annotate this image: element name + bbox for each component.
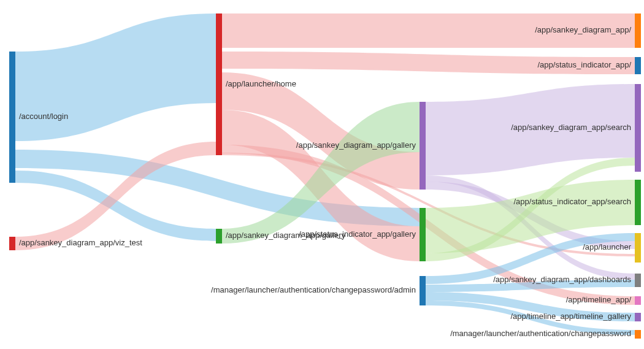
sankey-node-label: /account/login	[19, 112, 68, 121]
sankey-node	[635, 313, 641, 321]
sankey-node	[420, 276, 426, 305]
sankey-node	[635, 330, 641, 339]
sankey-node	[216, 13, 222, 155]
sankey-chart: /account/login/app/sankey_diagram_app/vi…	[0, 0, 644, 349]
sankey-node	[9, 237, 15, 250]
sankey-node	[635, 84, 641, 172]
sankey-node	[635, 13, 641, 48]
sankey-node	[635, 274, 641, 287]
sankey-node-label: /app/sankey_diagram_app/	[535, 25, 631, 34]
sankey-node-label: /app/status_indicator_app/	[538, 60, 632, 69]
sankey-node-label: /app/status_indicator_app/search	[513, 197, 631, 206]
sankey-node-label: /app/sankey_diagram_app/gallery	[296, 140, 416, 150]
sankey-node	[9, 52, 15, 183]
sankey-node-label: /app/sankey_diagram_app/search	[511, 123, 631, 132]
sankey-link	[15, 13, 216, 141]
sankey-node	[420, 208, 426, 261]
sankey-node-label: /app/sankey_diagram_app/viz_test	[19, 238, 142, 247]
sankey-node-label: /app/launcher	[583, 242, 631, 251]
sankey-node-label: /app/status_indicator_app/gallery	[299, 229, 416, 239]
sankey-node-label: /manager/launcher/authentication/changep…	[211, 285, 416, 294]
sankey-node	[635, 180, 641, 225]
sankey-node	[635, 57, 641, 74]
sankey-node-label: /app/timeline_app/timeline_gallery	[510, 312, 631, 321]
sankey-node	[216, 229, 222, 244]
sankey-node-label: /app/timeline_app/	[566, 295, 632, 304]
sankey-node-label: /app/sankey_diagram_app/dashboards	[493, 275, 631, 284]
sankey-node	[635, 233, 641, 263]
sankey-node-label: /app/launcher/home	[226, 79, 296, 88]
sankey-node	[635, 296, 641, 305]
sankey-node	[420, 102, 426, 190]
sankey-node-label: /manager/launcher/authentication/changep…	[450, 329, 631, 338]
